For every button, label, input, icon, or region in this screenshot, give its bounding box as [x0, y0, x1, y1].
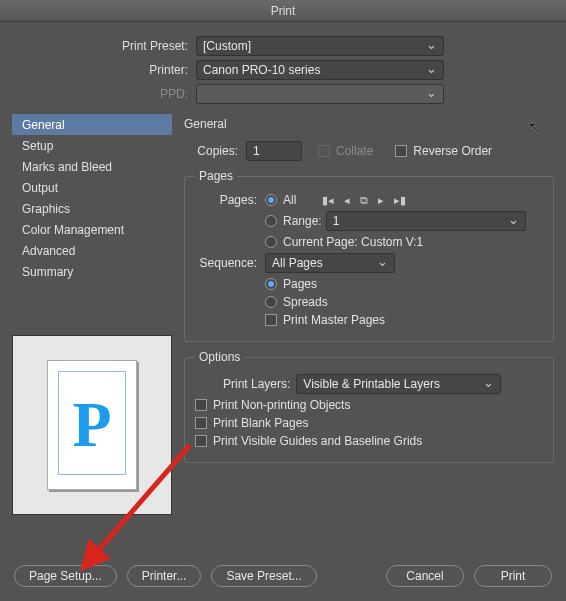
pages-label: Pages: [195, 193, 265, 207]
sidebar-item-output[interactable]: Output [12, 177, 172, 198]
pages-group: Pages Pages: All ▮◂ ◂ ⧉ ▸ ▸▮ Range: 1 [184, 169, 554, 342]
printer-select[interactable]: Canon PRO-10 series [196, 60, 444, 80]
page-nav: ▮◂ ◂ ⧉ ▸ ▸▮ [322, 194, 406, 207]
collate-checkbox [318, 145, 330, 157]
pages-range-label: Range: [283, 214, 322, 228]
ppd-select [196, 84, 444, 104]
options-legend: Options [195, 350, 244, 364]
layout-spreads-radio[interactable] [265, 296, 277, 308]
nav-prev-icon[interactable]: ◂ [344, 194, 350, 207]
top-settings: Print Preset: [Custom] Printer: Canon PR… [0, 22, 566, 114]
blank-pages-label: Print Blank Pages [213, 416, 308, 430]
print-master-pages-checkbox[interactable] [265, 314, 277, 326]
sidebar-item-graphics[interactable]: Graphics [12, 198, 172, 219]
copies-label: Copies: [184, 144, 246, 158]
pages-range-select[interactable]: 1 [326, 211, 526, 231]
sidebar-item-summary[interactable]: Summary [12, 261, 172, 282]
visible-guides-checkbox[interactable] [195, 435, 207, 447]
reverse-order-checkbox[interactable] [395, 145, 407, 157]
print-button[interactable]: Print [474, 565, 552, 587]
print-preset-select[interactable]: [Custom] [196, 36, 444, 56]
layout-spreads-label: Spreads [283, 295, 328, 309]
options-group: Options Print Layers: Visible & Printabl… [184, 350, 554, 463]
pages-all-radio[interactable] [265, 194, 277, 206]
sequence-label: Sequence: [195, 256, 265, 270]
print-layers-label: Print Layers: [223, 377, 290, 391]
copies-input[interactable]: 1 [246, 141, 302, 161]
sequence-select[interactable]: All Pages [265, 253, 395, 273]
nav-last-icon[interactable]: ▸▮ [394, 194, 406, 207]
page-preview: P [12, 335, 172, 515]
save-preset-button[interactable]: Save Preset... [211, 565, 316, 587]
nonprinting-objects-checkbox[interactable] [195, 399, 207, 411]
reverse-order-label: Reverse Order [413, 144, 492, 158]
nav-next-icon[interactable]: ▸ [378, 194, 384, 207]
dialog-footer: Page Setup... Printer... Save Preset... … [0, 555, 566, 601]
preview-page: P [47, 360, 137, 490]
print-master-pages-label: Print Master Pages [283, 313, 385, 327]
sidebar-item-advanced[interactable]: Advanced [12, 240, 172, 261]
pages-current-label: Current Page: Custom V:1 [283, 235, 423, 249]
window-title: Print [0, 0, 566, 22]
panel-heading: General [184, 117, 554, 131]
cancel-button[interactable]: Cancel [386, 565, 464, 587]
printer-label: Printer: [18, 63, 196, 77]
visible-guides-label: Print Visible Guides and Baseline Grids [213, 434, 422, 448]
sidebar-item-color-management[interactable]: Color Management [12, 219, 172, 240]
pages-legend: Pages [195, 169, 237, 183]
collate-label: Collate [336, 144, 373, 158]
layout-pages-label: Pages [283, 277, 317, 291]
pages-current-radio[interactable] [265, 236, 277, 248]
print-preset-label: Print Preset: [18, 39, 196, 53]
sidebar-item-general[interactable]: General [12, 114, 172, 135]
nav-spread-icon[interactable]: ⧉ [360, 194, 368, 207]
printer-button[interactable]: Printer... [127, 565, 202, 587]
sidebar-item-setup[interactable]: Setup [12, 135, 172, 156]
print-layers-select[interactable]: Visible & Printable Layers [296, 374, 501, 394]
layout-pages-radio[interactable] [265, 278, 277, 290]
ppd-label: PPD: [18, 87, 196, 101]
pages-range-radio[interactable] [265, 215, 277, 227]
nav-first-icon[interactable]: ▮◂ [322, 194, 334, 207]
sidebar-item-marks-and-bleed[interactable]: Marks and Bleed [12, 156, 172, 177]
blank-pages-checkbox[interactable] [195, 417, 207, 429]
nonprinting-objects-label: Print Non-printing Objects [213, 398, 350, 412]
page-setup-button[interactable]: Page Setup... [14, 565, 117, 587]
pages-all-label: All [283, 193, 296, 207]
